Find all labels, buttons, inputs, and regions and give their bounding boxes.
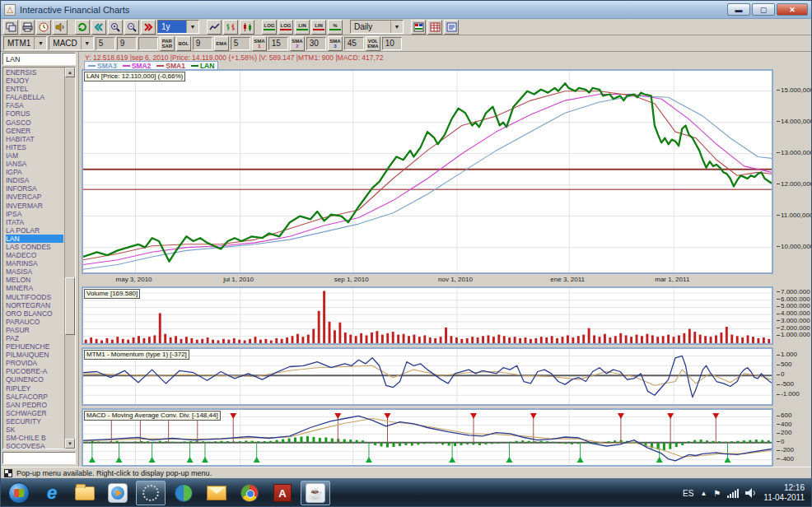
volema-field[interactable]: 10 xyxy=(382,37,402,50)
macd-panel[interactable]: MACD - Moving Average Conv. Div. [-148,4… xyxy=(82,408,773,467)
bollinger-field[interactable]: 9 xyxy=(193,37,212,50)
candle-chart-button[interactable] xyxy=(240,20,254,35)
param1-field[interactable]: 5 xyxy=(96,37,115,50)
price-panel[interactable]: LAN [Price: 12.110,000] (-0,66%) xyxy=(82,69,773,274)
scrollbar-thumb[interactable] xyxy=(65,277,75,335)
percent-scale-button[interactable]: % xyxy=(328,20,343,35)
scroll-down-icon[interactable]: ▼ xyxy=(65,439,75,449)
macd-y-axis: 6004002000-200-400 xyxy=(775,408,812,467)
scroll-up-icon[interactable]: ▲ xyxy=(65,67,75,77)
chrome-icon[interactable] xyxy=(235,481,264,505)
outlook-icon[interactable] xyxy=(202,481,231,505)
dotted-circle-glyph xyxy=(142,485,159,501)
parsar-button[interactable]: PARSAR xyxy=(160,36,175,51)
ohlc-chart-button[interactable] xyxy=(223,20,238,35)
indicator2-select[interactable]: MACD▼ xyxy=(49,36,93,50)
sma2-button-label: 2 xyxy=(296,44,298,49)
indicator2-select-value: MACD xyxy=(49,37,80,49)
envelope-glyph xyxy=(207,486,226,500)
alarm-button[interactable] xyxy=(36,20,51,35)
percent-scale-button-label: % xyxy=(333,23,337,28)
param2-field[interactable]: 9 xyxy=(117,37,137,50)
sma1-button[interactable]: SMA1 xyxy=(252,36,267,51)
app-window-icon[interactable] xyxy=(136,481,166,505)
range-select[interactable]: 1y▼ xyxy=(157,20,199,34)
minimize-button[interactable]: ▬ xyxy=(727,3,750,16)
indicator-toolbar: MTM1▼MACD▼59PARSARBOL9EMA5SMA115SMA230SM… xyxy=(1,35,811,52)
lin-scale-off-button[interactable]: LIN xyxy=(311,20,326,35)
print-button[interactable] xyxy=(20,20,35,35)
hidden-icons-icon[interactable]: ▲ xyxy=(700,490,707,497)
chevron-down-icon[interactable]: ▼ xyxy=(186,21,198,33)
toolbar-separator xyxy=(256,20,260,35)
ema-field[interactable]: 5 xyxy=(231,37,250,50)
data-table-button[interactable] xyxy=(427,20,442,35)
sidebar-bottom-input[interactable] xyxy=(2,452,76,464)
internet-explorer-icon[interactable]: e xyxy=(37,481,67,505)
msn-messenger-icon[interactable] xyxy=(169,481,198,505)
sound-button[interactable] xyxy=(53,20,68,35)
language-indicator[interactable]: ES xyxy=(683,489,693,498)
clock[interactable]: 12:16 11-04-2011 xyxy=(763,483,805,503)
ticker-item-lan[interactable]: LAN xyxy=(6,235,63,243)
sma1-field[interactable]: 15 xyxy=(268,37,288,50)
sma3-field[interactable]: 45 xyxy=(344,37,364,50)
wmp-core xyxy=(111,486,124,500)
export-button[interactable] xyxy=(3,20,18,35)
adobe-reader-icon[interactable]: A xyxy=(268,481,297,505)
log-scale-off-button[interactable]: LOG xyxy=(278,20,293,35)
zoom-out-button[interactable] xyxy=(124,20,139,35)
sma2-button[interactable]: SMA2 xyxy=(290,36,305,51)
media-player-icon[interactable] xyxy=(103,481,133,505)
volume-panel[interactable]: Volume [169.580] xyxy=(82,286,773,345)
legend-dash xyxy=(156,65,164,67)
indicator1-select[interactable]: MTM1▼ xyxy=(3,36,47,50)
log-scale-on-button[interactable]: LOG xyxy=(262,20,277,35)
java-app-icon[interactable]: ☕ xyxy=(301,481,330,505)
bollinger-button[interactable]: BOL xyxy=(176,36,191,51)
momentum-panel[interactable]: MTM1 - Momentum (type 1) [-372] xyxy=(82,347,773,406)
chart-colors-button[interactable] xyxy=(411,20,426,35)
scroll-forward-button[interactable] xyxy=(141,20,156,35)
indicator1-select-value: MTM1 xyxy=(4,37,34,49)
log-scale-off-button-label: LOG xyxy=(281,23,292,28)
price-plot[interactable] xyxy=(83,71,772,272)
period-select[interactable]: Daily▼ xyxy=(350,20,404,34)
app-window: △ Interactive Financial Charts ▬ ▢ ✕ 1y▼… xyxy=(0,0,812,507)
macd-panel-label: MACD - Moving Average Conv. Div. [-148,4… xyxy=(84,411,221,421)
chevron-down-icon[interactable]: ▼ xyxy=(390,21,403,33)
zoom-in-button[interactable] xyxy=(108,20,123,35)
title-bar[interactable]: △ Interactive Financial Charts ▬ ▢ ✕ xyxy=(1,1,811,19)
panel-1-canvas[interactable] xyxy=(83,288,772,343)
play-glyph xyxy=(116,490,122,496)
param3-field[interactable] xyxy=(138,37,158,50)
zoom-out-icon xyxy=(127,22,137,32)
y-tick-label: -400 xyxy=(777,455,794,463)
coffee-cup-glyph: ☕ xyxy=(306,483,325,503)
maximize-button[interactable]: ▢ xyxy=(752,3,775,16)
refresh-button[interactable] xyxy=(75,20,90,35)
windows-explorer-icon[interactable] xyxy=(70,481,100,505)
volema-button[interactable]: VOLEMA xyxy=(366,36,380,51)
chevron-down-icon[interactable]: ▼ xyxy=(81,37,93,49)
network-icon[interactable] xyxy=(727,489,739,498)
speaker-icon[interactable] xyxy=(745,488,757,498)
chevron-down-icon[interactable]: ▼ xyxy=(34,37,46,49)
line-chart-button[interactable] xyxy=(207,20,222,35)
properties-button[interactable] xyxy=(444,20,459,35)
ticker-list-scrollbar[interactable]: ▲ ▼ xyxy=(64,67,75,449)
scroll-back-button[interactable] xyxy=(91,20,106,35)
momentum-y-axis: 1.0005000-500-1.000 xyxy=(775,347,812,406)
lin-scale-on-button[interactable]: LIN xyxy=(295,20,310,35)
printer-icon xyxy=(22,22,33,32)
ema-button[interactable]: EMA xyxy=(214,36,229,51)
sma3-button[interactable]: SMA3 xyxy=(328,36,343,51)
sma2-field[interactable]: 30 xyxy=(306,37,326,50)
start-button[interactable] xyxy=(4,481,34,505)
action-center-flag-icon[interactable]: ⚑ xyxy=(713,489,721,498)
volume-plot[interactable] xyxy=(83,288,772,343)
close-button[interactable]: ✕ xyxy=(777,3,808,16)
clock-date: 11-04-2011 xyxy=(763,493,805,503)
panel-0-canvas[interactable] xyxy=(83,71,772,272)
symbol-search-input[interactable]: LAN xyxy=(2,53,76,65)
